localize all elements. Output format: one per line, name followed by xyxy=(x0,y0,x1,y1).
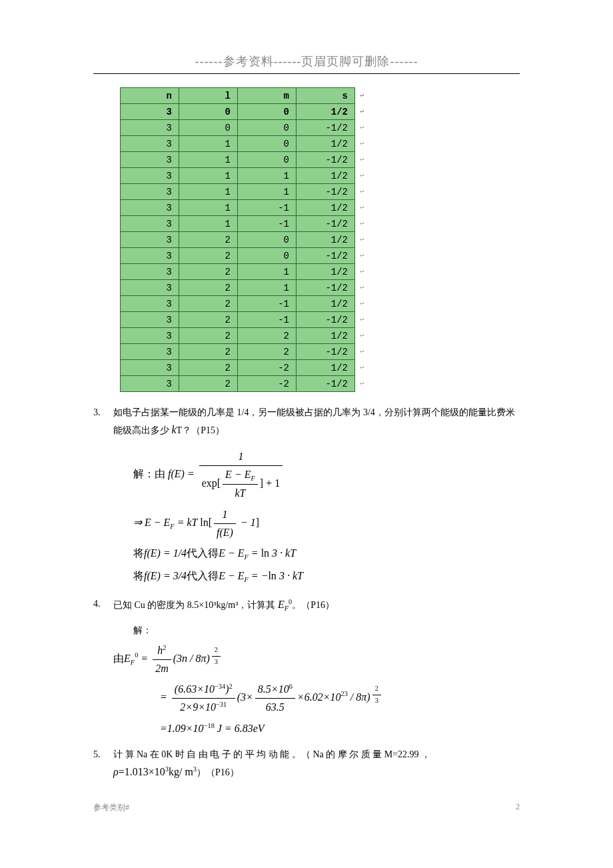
table-cell: -2 xyxy=(238,376,297,392)
p4-text-a: 已知 Cu 的密度为 8.5×10³kg/m³，计算其 xyxy=(113,600,278,610)
table-cell: 1/2 xyxy=(297,264,355,280)
table-row: 311-1/2 xyxy=(121,184,355,200)
table-cell: 1/2 xyxy=(297,328,355,344)
table-cell: 0 xyxy=(238,232,297,248)
table-cell: -1 xyxy=(238,312,297,328)
table-cell: 1 xyxy=(179,216,238,232)
header-rule xyxy=(93,73,520,74)
table-cell: 1/2 xyxy=(297,136,355,152)
p3-eq2: ⇒ E − EF = kT ln[1f(E) − 1] xyxy=(133,506,520,541)
table-cell: 1/2 xyxy=(297,200,355,216)
table-cell: 3 xyxy=(121,248,179,264)
p3-eq1: 解：由 f(E) = 1exp[E − EFkT] + 1 xyxy=(133,448,520,502)
sol-label: 解：由 xyxy=(133,468,165,479)
table-cell: 3 xyxy=(121,120,179,136)
table-cell: 2 xyxy=(179,344,238,360)
header-note: ------参考资料------页眉页脚可删除------ xyxy=(93,53,520,69)
table-cell: 0 xyxy=(238,120,297,136)
table-cell: 3 xyxy=(121,296,179,312)
table-cell: 1 xyxy=(179,136,238,152)
table-cell: 3 xyxy=(121,104,179,120)
by: 由 xyxy=(113,653,124,664)
table-cell: 3 xyxy=(121,264,179,280)
table-cell: -1 xyxy=(238,216,297,232)
table-cell: 2 xyxy=(238,344,297,360)
table-cell: 2 xyxy=(179,264,238,280)
problem-4: 4. 已知 Cu 的密度为 8.5×10³kg/m³，计算其 EF0。（P16） xyxy=(93,595,520,615)
table-row: 31-1-1/2 xyxy=(121,216,355,232)
table-cell: 3 xyxy=(121,312,179,328)
table-cell: 1 xyxy=(179,168,238,184)
table-cell: 1 xyxy=(238,168,297,184)
table-cell: 3 xyxy=(121,168,179,184)
problem-number: 3. xyxy=(93,404,113,440)
table-row: 3101/2 xyxy=(121,136,355,152)
p3-text-b: T？（P15） xyxy=(177,425,225,435)
table-cell: 3 xyxy=(121,152,179,168)
implies: ⇒ xyxy=(133,517,145,528)
table-cell: 1 xyxy=(179,152,238,168)
table-cell: 1/2 xyxy=(297,232,355,248)
p5-ref: ）（P16） xyxy=(197,767,239,777)
problem-text: 已知 Cu 的密度为 8.5×10³kg/m³，计算其 EF0。（P16） xyxy=(113,595,520,615)
p5-density: ρ=1.013×103kg/ m3 xyxy=(113,766,197,777)
table-cell: -1/2 xyxy=(297,376,355,392)
table-cell: 2 xyxy=(179,232,238,248)
problem-text: 如电子占据某一能级的几率是 1/4，另一能级被占据的几率为 3/4，分别计算两个… xyxy=(113,404,520,440)
table-cell: 0 xyxy=(238,152,297,168)
table-cell: 2 xyxy=(179,376,238,392)
table-cell: 3 xyxy=(121,344,179,360)
table-cell: -1/2 xyxy=(297,216,355,232)
table-cell: 3 xyxy=(121,232,179,248)
table-cell: 1 xyxy=(238,184,297,200)
table-cell: -1/2 xyxy=(297,344,355,360)
table-cell: 0 xyxy=(238,248,297,264)
table-row: 31-11/2 xyxy=(121,200,355,216)
table-cell: -1 xyxy=(238,296,297,312)
p5-text-a: 计 算 Na 在 0K 时 自 由 电 子 的 平 均 动 能 。（ Na 的 … xyxy=(113,746,520,763)
table-cell: -1/2 xyxy=(297,184,355,200)
table-cell: 1/2 xyxy=(297,104,355,120)
table-cell: 1 xyxy=(238,264,297,280)
table-cell: 3 xyxy=(121,360,179,376)
footer-left: 参考类别# xyxy=(93,802,129,813)
table-cell: 1 xyxy=(238,280,297,296)
p4-eq3: =1.09×10−18 J = 6.83eV xyxy=(133,720,520,737)
table-row: 300-1/2 xyxy=(121,120,355,136)
table-row: 310-1/2 xyxy=(121,152,355,168)
table-cell: 2 xyxy=(179,360,238,376)
table-cell: -1/2 xyxy=(297,312,355,328)
table-row: 3221/2 xyxy=(121,328,355,344)
table-cell: 3 xyxy=(121,280,179,296)
table-header-row: n l m s xyxy=(121,88,355,104)
table-cell: 3 xyxy=(121,184,179,200)
table-cell: 3 xyxy=(121,216,179,232)
solution-4: 解： 由EF0 = h22m(3n / 8π)23 = (6.63×10−34)… xyxy=(133,623,520,737)
table-cell: 2 xyxy=(238,328,297,344)
table-row: 3201/2 xyxy=(121,232,355,248)
solution-3: 解：由 f(E) = 1exp[E − EFkT] + 1 ⇒ E − EF =… xyxy=(133,448,520,586)
quantum-numbers-table: n l m s 3001/2300-1/23101/2310-1/23111/2… xyxy=(120,87,355,392)
table-cell: 2 xyxy=(179,328,238,344)
problem-3: 3. 如电子占据某一能级的几率是 1/4，另一能级被占据的几率为 3/4，分别计… xyxy=(93,404,520,440)
table-row: 32-1-1/2 xyxy=(121,312,355,328)
col-l: l xyxy=(179,88,238,104)
p3-eq3: 将f(E) = 1/4代入得E − EF = ln 3 · kT xyxy=(133,545,520,563)
table-cell: -1/2 xyxy=(297,120,355,136)
table-cell: 2 xyxy=(179,296,238,312)
table-row: 321-1/2 xyxy=(121,280,355,296)
problem-number: 4. xyxy=(93,595,113,615)
page-footer: 参考类别# 2 xyxy=(93,802,520,813)
table-cell: -1/2 xyxy=(297,248,355,264)
table-cell: 3 xyxy=(121,200,179,216)
table-cell: 0 xyxy=(179,104,238,120)
table-cell: 3 xyxy=(121,136,179,152)
table-cell: 1/2 xyxy=(297,360,355,376)
table-cell: 0 xyxy=(238,104,297,120)
col-n: n xyxy=(121,88,179,104)
p4-eq2: = (6.63×10−34)22×9×10−31(3×8.5×10663.5×6… xyxy=(133,681,520,715)
table-row: 3001/2 xyxy=(121,104,355,120)
table-cell: 0 xyxy=(179,120,238,136)
table-cell: -1/2 xyxy=(297,152,355,168)
problem-5: 5. 计 算 Na 在 0K 时 自 由 电 子 的 平 均 动 能 。（ Na… xyxy=(93,746,520,782)
